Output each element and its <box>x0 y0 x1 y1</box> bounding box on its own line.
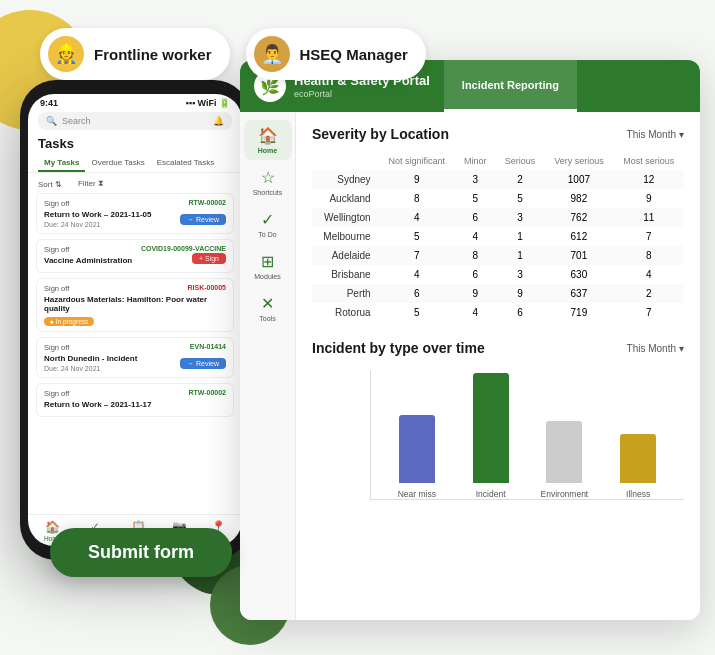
tasks-title: Tasks <box>28 136 242 155</box>
chart-filter[interactable]: This Month ▾ <box>627 343 684 354</box>
worker-label: Frontline worker <box>94 46 212 63</box>
sidebar-item-todo[interactable]: ✓ To Do <box>244 204 292 244</box>
sidebar-label-shortcuts: Shortcuts <box>253 189 283 196</box>
bar-illness-rect <box>620 434 656 483</box>
tab-overdue-tasks[interactable]: Overdue Tasks <box>85 155 150 172</box>
phone-filter-bar: Sort ⇅ Filter ⧗ <box>28 177 242 193</box>
bar-environment: Environment <box>539 421 591 499</box>
table-row: Wellington46376211 <box>312 208 684 227</box>
hseq-manager-badge: 👨‍💼 HSEQ Manager <box>246 28 426 80</box>
bar-incident: Incident <box>465 373 517 499</box>
phone-status-bar: 9:41 ▪▪▪ WiFi 🔋 <box>28 94 242 112</box>
worker-avatar: 👷 <box>48 36 84 72</box>
chart-title: Incident by type over time <box>312 340 485 356</box>
sidebar-item-home[interactable]: 🏠 Home <box>244 120 292 160</box>
table-row: Brisbane4636304 <box>312 265 684 284</box>
chart-bars: Near miss Incident Environment Illness <box>370 370 684 500</box>
portal-body: 🏠 Home ☆ Shortcuts ✓ To Do ⊞ Modules ✕ T… <box>240 112 700 620</box>
tab-my-tasks[interactable]: My Tasks <box>38 155 85 172</box>
sidebar-label-tools: Tools <box>259 315 275 322</box>
frontline-worker-badge: 👷 Frontline worker <box>40 28 230 80</box>
bar-illness: Illness <box>612 434 664 499</box>
severity-section-header: Severity by Location This Month ▾ <box>312 126 684 142</box>
phone-search-bar[interactable]: 🔍 Search 🔔 <box>38 112 232 130</box>
bar-near-miss-rect <box>399 415 435 483</box>
sidebar-label-todo: To Do <box>258 231 276 238</box>
search-icon: 🔍 <box>46 116 57 126</box>
search-placeholder: Search <box>62 116 91 126</box>
portal-subtitle: ecoPortal <box>294 89 430 99</box>
chart-wrapper: 9 days 7 days 5 days 3 days 1 day Near m… <box>312 366 684 500</box>
portal-tab-area: Incident Reporting <box>444 60 577 112</box>
table-row: Perth6996372 <box>312 284 684 303</box>
phone-task-tabs: My Tasks Overdue Tasks Escalated Tasks <box>28 155 242 173</box>
severity-filter[interactable]: This Month ▾ <box>627 129 684 140</box>
manager-avatar: 👨‍💼 <box>254 36 290 72</box>
task-list: Sign off RTW-00002 Return to Work – 2021… <box>28 193 242 514</box>
severity-title: Severity by Location <box>312 126 449 142</box>
submit-form-button[interactable]: Submit form <box>50 528 232 577</box>
phone-signal: ▪▪▪ WiFi 🔋 <box>186 98 231 108</box>
chevron-down-icon-2: ▾ <box>679 343 684 354</box>
sidebar-item-modules[interactable]: ⊞ Modules <box>244 246 292 286</box>
filter-button[interactable]: Filter ⧗ <box>78 179 104 189</box>
chevron-down-icon: ▾ <box>679 129 684 140</box>
portal-sidebar: 🏠 Home ☆ Shortcuts ✓ To Do ⊞ Modules ✕ T… <box>240 112 296 620</box>
task-item: Sign off EVN-01414 North Dunedin - Incid… <box>36 337 234 378</box>
table-row: Rotorua5467197 <box>312 303 684 322</box>
task-item: Sign off RISK-00005 Hazardous Materials:… <box>36 278 234 332</box>
table-row: Auckland8559829 <box>312 189 684 208</box>
sign-button[interactable]: + Sign <box>192 253 226 264</box>
phone-screen: 9:41 ▪▪▪ WiFi 🔋 🔍 Search 🔔 Tasks My Task… <box>28 94 242 546</box>
modules-icon: ⊞ <box>261 252 274 271</box>
table-row: Adelaide7817018 <box>312 246 684 265</box>
phone-mockup: 9:41 ▪▪▪ WiFi 🔋 🔍 Search 🔔 Tasks My Task… <box>20 80 250 560</box>
review-button-2[interactable]: → Review <box>180 358 226 369</box>
tools-icon: ✕ <box>261 294 274 313</box>
sidebar-label-modules: Modules <box>254 273 280 280</box>
sidebar-item-shortcuts[interactable]: ☆ Shortcuts <box>244 162 292 202</box>
shortcuts-icon: ☆ <box>261 168 275 187</box>
review-button[interactable]: → Review <box>180 214 226 225</box>
chart-section-header: Incident by type over time This Month ▾ <box>312 340 684 356</box>
home-icon: 🏠 <box>258 126 278 145</box>
table-row: Sydney932100712 <box>312 170 684 189</box>
bell-icon[interactable]: 🔔 <box>213 116 224 126</box>
table-row: Melbourne5416127 <box>312 227 684 246</box>
severity-table: Not significant Minor Serious Very serio… <box>312 152 684 322</box>
in-progress-badge: ● In progress <box>44 317 94 326</box>
sidebar-label-home: Home <box>258 147 277 154</box>
phone-time: 9:41 <box>40 98 58 108</box>
task-item: Sign off COVID19-00099-VACCINE Vaccine A… <box>36 239 234 273</box>
sidebar-item-tools[interactable]: ✕ Tools <box>244 288 292 328</box>
portal-main-content: Severity by Location This Month ▾ Not si… <box>296 112 700 620</box>
sort-button[interactable]: Sort ⇅ <box>38 180 62 189</box>
tab-incident-reporting[interactable]: Incident Reporting <box>444 60 577 112</box>
todo-icon: ✓ <box>261 210 274 229</box>
manager-label: HSEQ Manager <box>300 46 408 63</box>
task-item: Sign off RTW-00002 Return to Work – 2021… <box>36 383 234 417</box>
user-badges: 👷 Frontline worker 👨‍💼 HSEQ Manager <box>40 28 426 80</box>
phone-shell: 9:41 ▪▪▪ WiFi 🔋 🔍 Search 🔔 Tasks My Task… <box>20 80 250 560</box>
task-item: Sign off RTW-00002 Return to Work – 2021… <box>36 193 234 234</box>
portal-container: 🌿 Health & Safety Portal ecoPortal Incid… <box>240 60 700 620</box>
tab-escalated-tasks[interactable]: Escalated Tasks <box>151 155 221 172</box>
bar-incident-rect <box>473 373 509 483</box>
bar-near-miss: Near miss <box>391 415 443 499</box>
bar-environment-rect <box>546 421 582 483</box>
